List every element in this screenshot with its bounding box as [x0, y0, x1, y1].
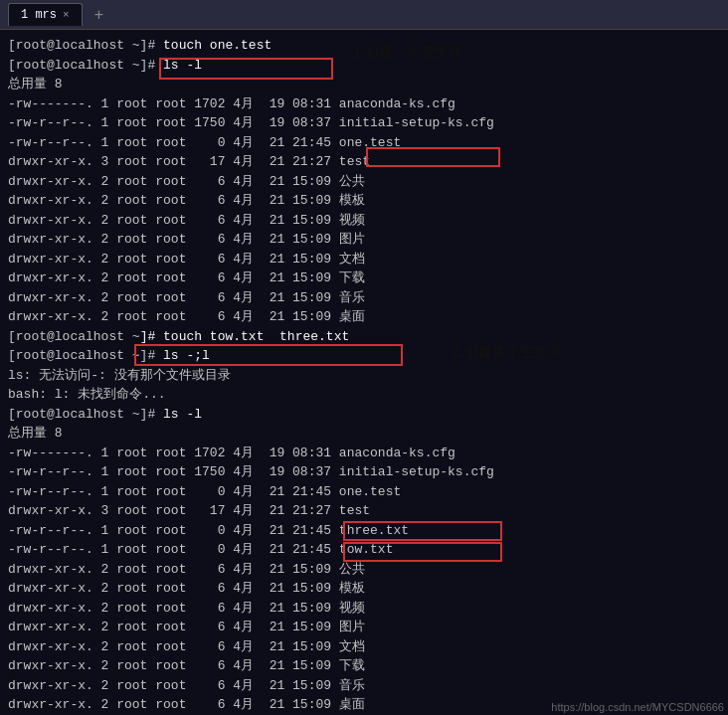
terminal-line: ls: 无法访问-: 没有那个文件或目录 [8, 366, 720, 386]
terminal-line: drwxr-xr-x. 2 root root 6 4月 21 15:09 图片 [8, 230, 720, 250]
terminal-line: drwxr-xr-x. 2 root root 6 4月 21 15:09 下载 [8, 268, 720, 288]
terminal-line: drwxr-xr-x. 3 root root 17 4月 21 21:27 t… [8, 152, 720, 172]
terminal-line: -rw-r--r--. 1 root root 0 4月 21 21:45 on… [8, 482, 720, 502]
terminal-container: [root@localhost ~]# touch one.test[root@… [0, 30, 728, 715]
tab-label: 1 mrs [21, 8, 57, 22]
terminal-line: -rw-r--r--. 1 root root 0 4月 21 21:45 to… [8, 540, 720, 560]
terminal-line: -rw-r--r--. 1 root root 1750 4月 19 08:37… [8, 462, 720, 482]
terminal-line: -rw-r--r--. 1 root root 0 4月 21 21:45 th… [8, 521, 720, 541]
terminal-line: [root@localhost ~]# touch tow.txt three.… [8, 327, 720, 347]
terminal-line: 总用量 8 [8, 75, 720, 94]
titlebar: 1 mrs × + [0, 0, 728, 30]
terminal-line: drwxr-xr-x. 2 root root 6 4月 21 15:09 音乐 [8, 676, 720, 696]
terminal-line: drwxr-xr-x. 2 root root 6 4月 21 15:09 视频 [8, 211, 720, 231]
terminal-line: drwxr-xr-x. 2 root root 6 4月 21 15:09 音乐 [8, 288, 720, 308]
terminal-line: drwxr-xr-x. 2 root root 6 4月 21 15:09 公共 [8, 560, 720, 580]
terminal-line: bash: l: 未找到命令... [8, 385, 720, 405]
terminal-line: [root@localhost ~]# touch one.test [8, 36, 720, 56]
terminal-line: -rw-r--r--. 1 root root 1750 4月 19 08:37… [8, 113, 720, 133]
terminal-line: drwxr-xr-x. 2 root root 6 4月 21 15:09 文档 [8, 637, 720, 657]
terminal-window: 1 mrs × + [root@localhost ~]# touch one.… [0, 0, 728, 715]
terminal-line: drwxr-xr-x. 2 root root 6 4月 21 15:09 视频 [8, 599, 720, 619]
terminal-line: drwxr-xr-x. 2 root root 6 4月 21 15:09 文档 [8, 250, 720, 269]
terminal-line: drwxr-xr-x. 2 root root 6 4月 21 15:09 下载 [8, 656, 720, 676]
terminal-line: drwxr-xr-x. 2 root root 6 4月 21 15:09 模板 [8, 191, 720, 211]
terminal-line: 总用量 8 [8, 424, 720, 444]
tab-1mrs[interactable]: 1 mrs × [8, 3, 83, 26]
terminal-line: -rw-------. 1 root root 1702 4月 19 08:31… [8, 94, 720, 114]
terminal-line: drwxr-xr-x. 3 root root 17 4月 21 21:27 t… [8, 501, 720, 521]
terminal-line: drwxr-xr-x. 2 root root 6 4月 21 15:09 公共 [8, 172, 720, 192]
terminal-line: drwxr-xr-x. 2 root root 6 4月 21 15:09 桌面 [8, 695, 720, 715]
terminal-line: drwxr-xr-x. 2 root root 6 4月 21 15:09 桌面 [8, 307, 720, 327]
new-tab-button[interactable]: + [89, 4, 109, 26]
terminal-line: [root@localhost ~]# ls -l [8, 56, 720, 76]
terminal-line: [root@localhost ~]# ls -;l [8, 346, 720, 366]
terminal-output[interactable]: [root@localhost ~]# touch one.test[root@… [0, 30, 728, 715]
terminal-line: -rw-------. 1 root root 1702 4月 19 08:31… [8, 444, 720, 463]
terminal-line: drwxr-xr-x. 2 root root 6 4月 21 15:09 模板 [8, 579, 720, 599]
tab-close-button[interactable]: × [63, 9, 70, 21]
terminal-line: -rw-r--r--. 1 root root 0 4月 21 21:45 on… [8, 133, 720, 153]
terminal-line: [root@localhost ~]# ls -l [8, 405, 720, 425]
terminal-line: drwxr-xr-x. 2 root root 6 4月 21 15:09 图片 [8, 618, 720, 637]
